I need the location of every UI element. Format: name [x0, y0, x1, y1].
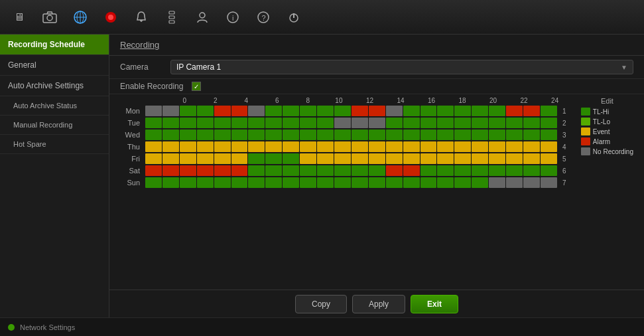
schedule-block[interactable] [180, 129, 196, 140]
schedule-block[interactable] [197, 165, 214, 176]
schedule-block[interactable] [162, 129, 179, 140]
schedule-block[interactable] [352, 141, 368, 152]
schedule-block[interactable] [248, 153, 265, 164]
schedule-block[interactable] [162, 177, 179, 188]
exit-button[interactable]: Exit [411, 295, 458, 313]
schedule-block[interactable] [265, 118, 282, 128]
schedule-block[interactable] [472, 165, 488, 176]
schedule-block[interactable] [403, 141, 420, 152]
help-icon[interactable]: ? [251, 5, 276, 30]
network-icon[interactable] [68, 5, 93, 30]
schedule-block[interactable] [265, 165, 282, 176]
schedule-block[interactable] [454, 106, 471, 116]
legend-item[interactable]: TL-Hi [581, 108, 633, 116]
settings2-icon[interactable] [159, 5, 184, 30]
schedule-block[interactable] [437, 153, 454, 164]
schedule-block[interactable] [523, 118, 540, 128]
schedule-block[interactable] [317, 141, 334, 152]
schedule-block[interactable] [197, 177, 214, 188]
schedule-block[interactable] [352, 165, 368, 176]
schedule-block[interactable] [403, 106, 420, 116]
sidebar-item-general[interactable]: General [0, 55, 109, 76]
legend-item[interactable]: Event [581, 127, 633, 135]
schedule-block[interactable] [214, 129, 231, 140]
schedule-block[interactable] [420, 141, 437, 152]
schedule-block[interactable] [454, 165, 471, 176]
schedule-block[interactable] [180, 118, 196, 128]
schedule-block[interactable] [162, 106, 179, 116]
schedule-block[interactable] [317, 165, 334, 176]
schedule-block[interactable] [180, 165, 196, 176]
schedule-block[interactable] [283, 106, 299, 116]
sidebar-item-manual-recording[interactable]: Manual Recording [0, 116, 109, 135]
schedule-block[interactable] [162, 118, 179, 128]
schedule-block[interactable] [197, 129, 214, 140]
schedule-block[interactable] [506, 165, 523, 176]
schedule-block[interactable] [283, 153, 299, 164]
schedule-block[interactable] [214, 165, 231, 176]
schedule-block[interactable] [420, 129, 437, 140]
schedule-block[interactable] [145, 118, 162, 128]
schedule-block[interactable] [472, 118, 488, 128]
schedule-block[interactable] [248, 106, 265, 116]
schedule-block[interactable] [231, 165, 248, 176]
schedule-block[interactable] [523, 165, 540, 176]
schedule-block[interactable] [472, 106, 488, 116]
schedule-block[interactable] [541, 177, 557, 188]
schedule-block[interactable] [386, 177, 403, 188]
schedule-block[interactable] [248, 118, 265, 128]
schedule-block[interactable] [386, 129, 403, 140]
schedule-block[interactable] [437, 129, 454, 140]
schedule-block[interactable] [403, 165, 420, 176]
schedule-block[interactable] [386, 141, 403, 152]
schedule-block[interactable] [369, 118, 385, 128]
schedule-block[interactable] [541, 141, 557, 152]
sidebar-item-recording-schedule[interactable]: Recording Schedule [0, 35, 109, 55]
schedule-block[interactable] [386, 118, 403, 128]
schedule-block[interactable] [403, 129, 420, 140]
schedule-block[interactable] [334, 177, 351, 188]
schedule-block[interactable] [265, 153, 282, 164]
schedule-block[interactable] [231, 177, 248, 188]
schedule-block[interactable] [437, 106, 454, 116]
schedule-block[interactable] [386, 106, 403, 116]
legend-item[interactable]: No Recording [581, 147, 633, 155]
schedule-block[interactable] [454, 118, 471, 128]
camera-icon[interactable] [37, 5, 62, 30]
schedule-block[interactable] [437, 165, 454, 176]
schedule-block[interactable] [541, 165, 557, 176]
schedule-block[interactable] [265, 106, 282, 116]
copy-button[interactable]: Copy [295, 295, 347, 313]
schedule-block[interactable] [454, 141, 471, 152]
schedule-block[interactable] [541, 106, 557, 116]
day-blocks[interactable] [145, 141, 557, 152]
schedule-block[interactable] [283, 177, 299, 188]
schedule-block[interactable] [317, 153, 334, 164]
schedule-block[interactable] [489, 141, 505, 152]
record-icon[interactable] [98, 5, 123, 30]
schedule-block[interactable] [197, 106, 214, 116]
schedule-block[interactable] [231, 118, 248, 128]
schedule-block[interactable] [352, 153, 368, 164]
alarm-bell-icon[interactable] [129, 5, 154, 30]
schedule-block[interactable] [231, 141, 248, 152]
schedule-block[interactable] [283, 141, 299, 152]
schedule-block[interactable] [334, 129, 351, 140]
schedule-block[interactable] [300, 141, 316, 152]
schedule-block[interactable] [214, 177, 231, 188]
schedule-block[interactable] [386, 153, 403, 164]
schedule-block[interactable] [214, 118, 231, 128]
schedule-block[interactable] [472, 141, 488, 152]
schedule-block[interactable] [506, 153, 523, 164]
schedule-block[interactable] [523, 153, 540, 164]
schedule-block[interactable] [489, 165, 505, 176]
schedule-block[interactable] [265, 177, 282, 188]
enable-checkbox[interactable]: ✓ [192, 82, 201, 91]
sidebar-item-auto-archive-status[interactable]: Auto Archive Status [0, 96, 109, 116]
day-blocks[interactable] [145, 118, 557, 128]
schedule-block[interactable] [437, 141, 454, 152]
schedule-block[interactable] [437, 118, 454, 128]
schedule-block[interactable] [248, 165, 265, 176]
schedule-block[interactable] [231, 106, 248, 116]
schedule-block[interactable] [248, 141, 265, 152]
